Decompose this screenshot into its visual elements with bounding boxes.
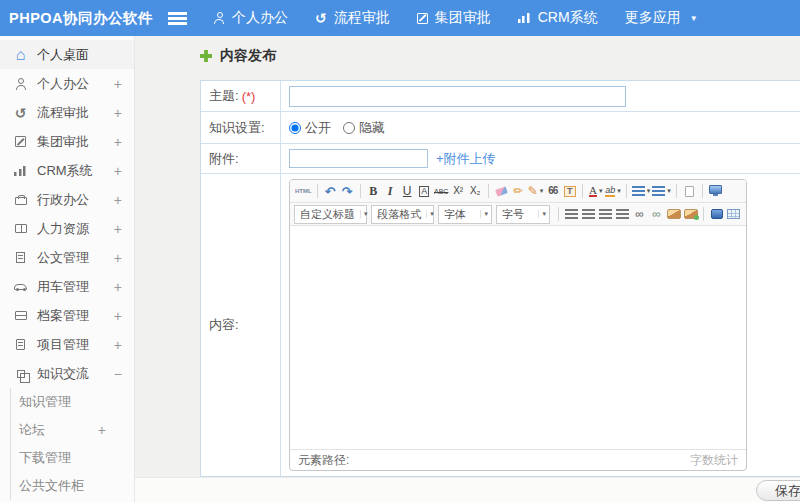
strikethrough-icon[interactable] xyxy=(434,182,449,200)
font-family-dropdown[interactable]: 字体▾ xyxy=(438,205,492,224)
app-logo: PHPOA协同办公软件 xyxy=(0,9,168,28)
document-icon xyxy=(16,252,25,263)
sidebar-item-icon-wrap xyxy=(12,339,29,350)
sidebar-subitem-download-management[interactable]: 下载管理 xyxy=(11,444,134,472)
sidebar-item-human-resources[interactable]: 人力资源+ xyxy=(0,214,134,243)
italic-icon[interactable] xyxy=(383,182,398,200)
highlight-icon[interactable]: ▾ xyxy=(605,182,621,200)
unlink-icon[interactable] xyxy=(649,205,664,223)
font-size-dropdown[interactable]: 字号▾ xyxy=(496,205,550,224)
sidebar-item-label: 集团审批 xyxy=(37,133,89,151)
expand-icon: + xyxy=(98,422,106,438)
editor-toolbar-row1: ▾▾▾▾▾ xyxy=(290,180,746,203)
superscript-icon[interactable] xyxy=(451,182,466,200)
subscript-icon[interactable] xyxy=(468,182,483,200)
radio-input-public[interactable] xyxy=(289,122,301,134)
sidebar-item-admin-office[interactable]: 行政办公+ xyxy=(0,185,134,214)
link-icon[interactable] xyxy=(632,205,647,223)
title-row: 内容发布 xyxy=(200,47,276,65)
insert-image-icon[interactable] xyxy=(683,205,698,223)
blockquote-icon[interactable] xyxy=(545,182,560,200)
sidebar-subitem-knowledge-management[interactable]: 知识管理 xyxy=(11,388,134,416)
menu-icon[interactable] xyxy=(168,12,187,25)
expand-icon: + xyxy=(114,134,122,150)
new-page-icon xyxy=(685,186,694,197)
ordered-list-icon xyxy=(632,186,645,196)
html-source-icon[interactable] xyxy=(295,182,312,200)
redo-icon[interactable] xyxy=(340,182,355,200)
user-icon xyxy=(15,78,27,90)
attachment-upload-link[interactable]: +附件上传 xyxy=(436,150,496,168)
sidebar-item-archive-management[interactable]: 档案管理+ xyxy=(0,301,134,330)
radio-option-public[interactable]: 公开 xyxy=(289,119,331,137)
home-icon xyxy=(16,47,26,63)
sidebar-subitem-label: 下载管理 xyxy=(19,449,71,467)
sidebar-item-icon-wrap xyxy=(12,78,29,90)
sidebar-item-label: 流程审批 xyxy=(37,104,89,122)
sidebar-item-project-management[interactable]: 项目管理+ xyxy=(0,330,134,359)
align-left-icon[interactable] xyxy=(564,205,579,223)
underline-icon[interactable] xyxy=(400,182,415,200)
nav-item-more-apps[interactable]: 更多应用▼ xyxy=(625,9,698,27)
italic-icon xyxy=(388,185,393,197)
superscript-icon xyxy=(453,186,463,196)
media-icon[interactable] xyxy=(709,205,724,223)
toolbar-separator xyxy=(676,184,677,198)
eraser-icon[interactable] xyxy=(494,182,509,200)
bottom-action-bar: 保存 xyxy=(135,477,800,502)
editor-content-area[interactable] xyxy=(290,226,746,449)
paragraph-format-dropdown[interactable]: 段落格式▾ xyxy=(371,205,434,224)
nav-item-personal-office[interactable]: 个人办公 xyxy=(213,9,288,27)
subject-input[interactable] xyxy=(289,86,626,107)
sidebar-item-knowledge-exchange[interactable]: 知识交流− xyxy=(0,359,134,388)
sidebar-items: 个人桌面个人办公+流程审批+集团审批+CRM系统+行政办公+人力资源+公文管理+… xyxy=(0,40,134,388)
new-page-icon[interactable] xyxy=(682,182,697,200)
table-icon[interactable] xyxy=(726,205,741,223)
sidebar-subitem-forum[interactable]: 论坛+ xyxy=(11,416,134,444)
format-painter-icon[interactable]: ▾ xyxy=(528,182,544,200)
sidebar-item-workflow-approval[interactable]: 流程审批+ xyxy=(0,98,134,127)
sidebar-item-vehicle-management[interactable]: 用车管理+ xyxy=(0,272,134,301)
font-color-icon[interactable]: ▾ xyxy=(588,182,603,200)
subscript-icon xyxy=(470,186,481,196)
image-icon[interactable] xyxy=(666,205,681,223)
sidebar-item-group-approval[interactable]: 集团审批+ xyxy=(0,127,134,156)
project-icon xyxy=(16,339,25,350)
nav-item-label: 更多应用 xyxy=(625,9,681,27)
save-button[interactable]: 保存 xyxy=(756,480,800,501)
bold-icon[interactable] xyxy=(366,182,381,200)
justify-icon[interactable] xyxy=(615,205,630,223)
sidebar-item-personal-office[interactable]: 个人办公+ xyxy=(0,69,134,98)
nav-item-crm-system[interactable]: CRM系统 xyxy=(518,9,598,27)
sidebar-item-document-management[interactable]: 公文管理+ xyxy=(0,243,134,272)
undo-icon[interactable] xyxy=(323,182,338,200)
fullscreen-icon xyxy=(709,185,722,194)
attachment-input[interactable] xyxy=(289,149,428,168)
format-painter-icon xyxy=(528,185,538,197)
word-count-label: 字数统计 xyxy=(690,452,738,469)
toolbar-separator xyxy=(558,207,559,221)
autotypeset-icon[interactable] xyxy=(417,182,432,200)
paste-text-icon[interactable] xyxy=(562,182,577,200)
font-color-icon xyxy=(589,185,597,197)
caret-down-icon: ▾ xyxy=(617,187,621,195)
sidebar-item-crm-system[interactable]: CRM系统+ xyxy=(0,156,134,185)
undo-icon xyxy=(325,185,336,198)
ordered-list-icon[interactable]: ▾ xyxy=(632,182,651,200)
sidebar-item-personal-desktop[interactable]: 个人桌面 xyxy=(0,40,134,69)
clear-format-icon[interactable] xyxy=(511,182,526,200)
radio-option-hidden[interactable]: 隐藏 xyxy=(343,119,385,137)
bold-icon xyxy=(369,185,377,197)
custom-title-dropdown[interactable]: 自定义标题▾ xyxy=(294,205,367,224)
align-right-icon[interactable] xyxy=(598,205,613,223)
sidebar-subitem-public-file-cabinet[interactable]: 公共文件柜 xyxy=(11,472,134,500)
car-icon xyxy=(14,284,27,290)
unordered-list-icon[interactable]: ▾ xyxy=(652,182,671,200)
subject-label: 主题: (*) xyxy=(201,81,281,111)
nav-item-group-approval[interactable]: 集团审批 xyxy=(417,9,491,27)
sidebar-item-label: 档案管理 xyxy=(37,307,89,325)
radio-input-hidden[interactable] xyxy=(343,122,355,134)
fullscreen-icon[interactable] xyxy=(708,182,723,200)
align-center-icon[interactable] xyxy=(581,205,596,223)
nav-item-workflow-approval[interactable]: 流程审批 xyxy=(315,9,390,27)
